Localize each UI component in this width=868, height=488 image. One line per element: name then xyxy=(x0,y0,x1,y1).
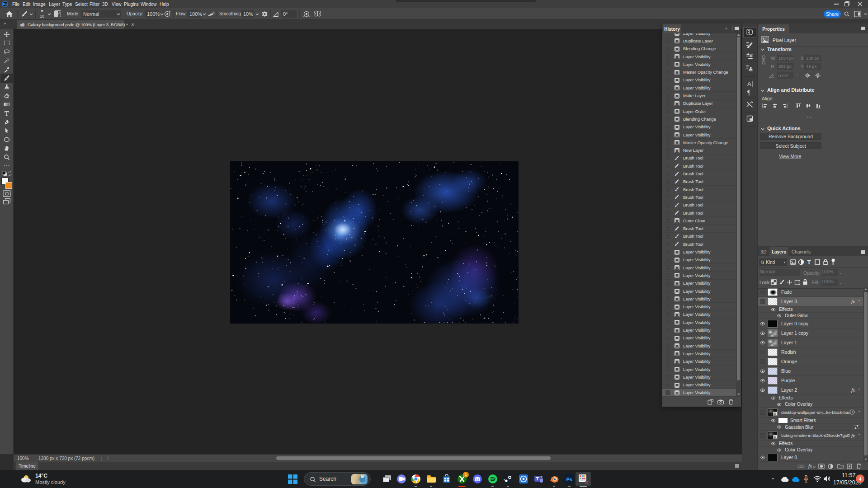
svg-text:¶: ¶ xyxy=(747,89,750,96)
svg-text:T: T xyxy=(807,259,811,265)
svg-text:Ps: Ps xyxy=(566,477,572,482)
svg-text:A: A xyxy=(747,80,751,87)
